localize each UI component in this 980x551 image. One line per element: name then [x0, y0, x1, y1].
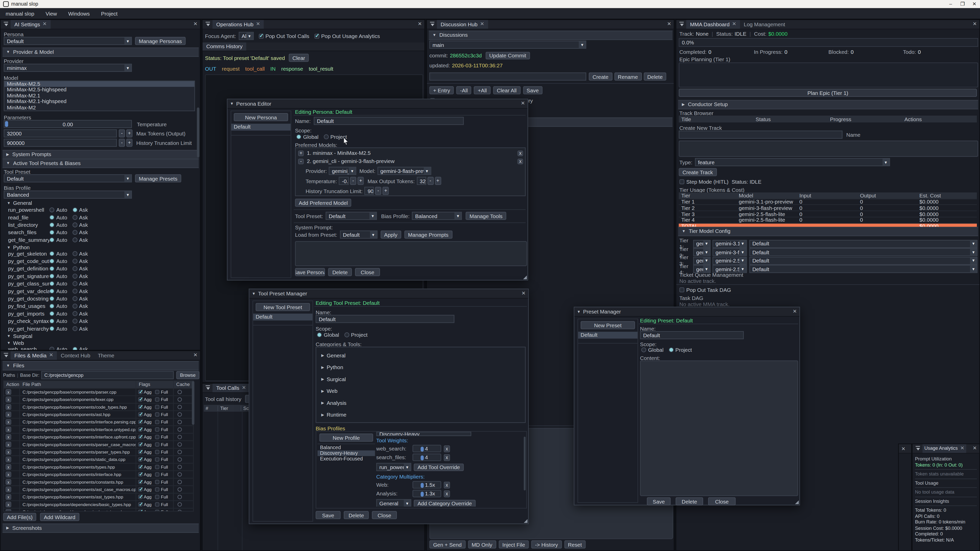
system-prompt-textarea[interactable] — [295, 241, 527, 266]
preset-manager-titlebar[interactable]: ▼ Preset Manager ✕ — [574, 307, 800, 317]
dialog-collapse-icon[interactable]: ▼ — [577, 310, 581, 314]
full-checkbox[interactable] — [155, 442, 159, 447]
tool-override-dropdown[interactable]: run_powershell▼ — [376, 463, 411, 471]
panel-collapse-icon[interactable] — [679, 22, 684, 27]
category-python[interactable]: ▶Python — [316, 361, 525, 373]
create-track-button[interactable]: Create Track — [679, 168, 717, 176]
delete-persona-button[interactable]: Delete — [328, 268, 352, 276]
expand-model-button[interactable]: + — [298, 150, 304, 156]
auto-radio[interactable] — [49, 296, 54, 301]
compose-button-injectfile[interactable]: Inject File — [498, 540, 528, 548]
agg-checkbox[interactable] — [138, 502, 142, 507]
plan-epic-button[interactable]: Plan Epic (Tier 1) — [679, 89, 977, 97]
epic-planning-textarea[interactable] — [679, 62, 978, 87]
full-checkbox[interactable] — [155, 390, 159, 394]
discussion-name-input[interactable] — [429, 73, 586, 81]
auto-radio[interactable] — [49, 237, 54, 242]
agg-checkbox[interactable] — [138, 472, 142, 476]
auto-radio[interactable] — [49, 303, 54, 309]
screenshots-header[interactable]: ▶Screenshots — [3, 524, 199, 533]
manage-tools-button[interactable]: Manage Tools — [466, 212, 506, 220]
persona-list-item[interactable]: Default — [231, 124, 291, 130]
slider-handle[interactable] — [421, 446, 424, 451]
track-description-textarea[interactable] — [679, 141, 978, 157]
add-category-override-button[interactable]: Add Category Override — [414, 499, 476, 507]
decrement-button[interactable]: - — [119, 139, 125, 147]
delete-button[interactable]: Delete — [676, 497, 703, 505]
agg-checkbox[interactable] — [138, 480, 142, 484]
close-dialog-button[interactable]: Close — [355, 268, 380, 276]
active-tools-header[interactable]: ▼Active Tool Presets & Biases — [3, 159, 199, 168]
create-discussion-button[interactable]: Create — [589, 73, 612, 81]
new-persona-button[interactable]: New Persona — [234, 113, 288, 121]
category-web[interactable]: ▶Web — [316, 385, 525, 397]
slider-handle[interactable] — [421, 491, 424, 496]
tab-usage-analytics[interactable]: Usage Analytics✕ — [923, 444, 966, 453]
tool-group-surgical[interactable]: ▼Surgical — [7, 333, 32, 339]
pe-bias-profile-dropdown[interactable]: Balanced▼ — [412, 212, 462, 220]
panel-close-icon[interactable]: ✕ — [973, 444, 977, 453]
scrollbar-thumb[interactable] — [192, 381, 194, 425]
ask-radio[interactable] — [72, 281, 77, 286]
agg-checkbox[interactable] — [138, 412, 142, 416]
provider-dropdown[interactable]: minimax▼ — [4, 64, 132, 72]
tool-group-web[interactable]: ▼Web — [7, 340, 24, 346]
remove-override-button[interactable]: x — [444, 490, 450, 497]
profile-name-input[interactable]: Discovery-Heavy — [376, 432, 471, 436]
resize-grip[interactable] — [523, 275, 527, 279]
save-persona-button[interactable]: Save Persona — [295, 268, 325, 276]
tab-operations-hub[interactable]: Operations Hub✕ — [213, 20, 264, 29]
scope-global-radio[interactable] — [296, 135, 301, 140]
auto-radio[interactable] — [49, 259, 54, 264]
remove-file-button[interactable]: x — [6, 449, 11, 455]
dialog-close-icon[interactable]: ✕ — [521, 99, 525, 108]
auto-radio[interactable] — [49, 207, 54, 212]
ask-radio[interactable] — [72, 230, 77, 235]
agg-checkbox[interactable] — [138, 510, 142, 511]
dialog-close-icon[interactable]: ✕ — [522, 289, 525, 298]
remove-model-icon[interactable]: x — [517, 159, 523, 164]
increment-button[interactable]: + — [358, 177, 364, 185]
menu-item-manual-slop[interactable]: manual slop — [6, 10, 34, 16]
auto-radio[interactable] — [49, 266, 54, 271]
panel-close-icon[interactable]: ✕ — [418, 20, 422, 29]
remove-override-button[interactable]: x — [444, 454, 450, 461]
history-limit-input[interactable]: 900000 — [4, 139, 117, 147]
persona-dropdown[interactable]: Default▼ — [4, 37, 132, 45]
panel-close-icon[interactable]: ✕ — [973, 20, 977, 29]
full-checkbox[interactable] — [155, 502, 159, 507]
new-tool-preset-button[interactable]: New Tool Preset — [256, 303, 310, 311]
agg-checkbox[interactable] — [138, 397, 142, 402]
entry-button-save[interactable]: Save — [523, 86, 542, 94]
increment-button[interactable]: + — [126, 139, 132, 147]
save-button[interactable]: Save — [316, 511, 341, 519]
base-dir-input[interactable]: C:/projects/gencpp — [41, 371, 174, 380]
new-profile-button[interactable]: New Profile — [319, 433, 373, 442]
ask-radio[interactable] — [72, 214, 77, 220]
ask-radio[interactable] — [72, 222, 77, 227]
agg-checkbox[interactable] — [138, 420, 142, 424]
remove-file-button[interactable]: x — [6, 404, 11, 410]
provider-model-header[interactable]: ▼Provider & Model — [3, 48, 199, 57]
resize-grip[interactable] — [795, 500, 799, 504]
scope-global-radio[interactable] — [641, 348, 646, 353]
scope-project-radio[interactable] — [324, 135, 329, 140]
agg-checkbox[interactable] — [138, 487, 142, 492]
persona-editor-titlebar[interactable]: ▼ Persona Editor ✕ — [228, 99, 528, 109]
ask-radio[interactable] — [72, 259, 77, 264]
ask-radio[interactable] — [72, 237, 77, 242]
load-preset-dropdown[interactable]: Default▼ — [340, 230, 377, 239]
pm-model-dropdown[interactable]: gemini-3-flash-preview▼ — [377, 167, 431, 175]
tier-preset-dropdown[interactable]: Default▼ — [749, 265, 977, 273]
full-checkbox[interactable] — [155, 495, 159, 499]
tab-log-management[interactable]: Log Management — [740, 20, 789, 29]
clear-status-button[interactable]: Clear — [289, 54, 309, 62]
auto-radio[interactable] — [49, 281, 54, 286]
collapse-model-button[interactable]: - — [298, 159, 304, 164]
profile-item-discovery-heavy[interactable]: Discovery-Heavy — [318, 451, 375, 456]
full-checkbox[interactable] — [155, 510, 159, 511]
full-checkbox[interactable] — [155, 487, 159, 492]
browse-button[interactable]: Browse — [177, 371, 200, 380]
dialog-close-icon[interactable]: ✕ — [793, 307, 797, 316]
remove-file-button[interactable]: x — [6, 472, 11, 477]
